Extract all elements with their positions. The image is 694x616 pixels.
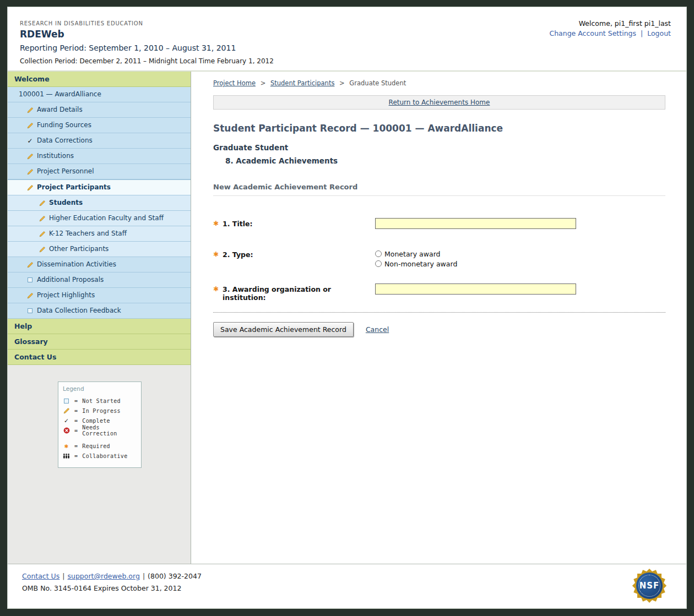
legend-label: Required (82, 443, 110, 449)
field-label: 3. Awarding organization or institution: (223, 285, 375, 302)
field-label: 2. Type: (223, 250, 253, 259)
sidebar-item-higher-ed-faculty-staff[interactable]: Higher Education Faculty and Staff (8, 211, 191, 226)
sidebar-item-help[interactable]: Help (8, 319, 191, 334)
equals-sign: = (74, 443, 78, 449)
breadcrumb-separator: > (261, 79, 266, 87)
required-icon: ✱ (213, 285, 219, 302)
organization-input[interactable] (375, 284, 576, 295)
type-label: ✱ 2. Type: (213, 249, 375, 259)
asterisk-icon: ✱ (63, 442, 70, 450)
cancel-link[interactable]: Cancel (366, 325, 389, 334)
pencil-icon (26, 107, 34, 113)
sidebar-item-data-corrections[interactable]: ✓ Data Corrections (8, 133, 191, 149)
sidebar-item-label: Project Personnel (37, 167, 94, 176)
equals-sign: = (74, 453, 78, 459)
sidebar-item-label: Data Corrections (37, 137, 93, 145)
radio-label: Non-monetary award (384, 260, 457, 268)
separator: | (143, 572, 145, 580)
breadcrumb-student-participants[interactable]: Student Participants (270, 79, 334, 87)
monetary-award-radio[interactable] (375, 250, 382, 257)
error-icon (63, 427, 70, 434)
footer-contact-link[interactable]: Contact Us (22, 572, 59, 580)
separator: | (62, 572, 64, 580)
breadcrumb-project-home[interactable]: Project Home (213, 79, 256, 87)
change-account-settings-link[interactable]: Change Account Settings (549, 29, 636, 37)
sidebar-item-label: Award Details (37, 106, 83, 114)
form-row-organization: ✱ 3. Awarding organization or institutio… (213, 284, 665, 302)
form-title: New Academic Achievement Record (213, 183, 665, 196)
legend-title: Legend (63, 385, 137, 392)
monetary-award-option[interactable]: Monetary award (375, 249, 665, 259)
separator: | (641, 29, 643, 37)
pencil-icon (26, 261, 34, 268)
nsf-logo: NSF (632, 569, 666, 603)
legend-row-in-progress: = In Progress (63, 406, 137, 416)
sidebar-item-glossary[interactable]: Glossary (8, 334, 191, 350)
logout-link[interactable]: Logout (647, 29, 671, 37)
page-footer: Contact Us|support@rdeweb.org|(800) 392-… (8, 564, 686, 608)
sidebar-item-students[interactable]: Students (8, 195, 191, 211)
sidebar-item-funding-sources[interactable]: Funding Sources (8, 118, 191, 133)
form-actions: Save Academic Achievement Record Cancel (213, 322, 665, 337)
required-icon: ✱ (213, 250, 219, 259)
radio-label: Monetary award (384, 250, 441, 258)
sidebar-item-institutions[interactable]: Institutions (8, 149, 191, 164)
people-icon (63, 453, 70, 459)
sidebar-item-welcome[interactable]: Welcome (8, 72, 191, 87)
sidebar-item-label: Funding Sources (37, 121, 91, 129)
save-button[interactable]: Save Academic Achievement Record (213, 322, 354, 337)
equals-sign: = (74, 428, 78, 434)
footer-email-link[interactable]: support@rdeweb.org (68, 572, 140, 580)
title-input[interactable] (375, 218, 576, 229)
legend-box: Legend = Not Started = In Progress (58, 381, 142, 468)
sidebar-item-label: Data Collection Feedback (37, 307, 121, 315)
sidebar-item-k12-teachers-staff[interactable]: K-12 Teachers and Staff (8, 226, 191, 242)
non-monetary-award-radio[interactable] (375, 260, 382, 267)
sidebar-item-dissemination-activities[interactable]: Dissemination Activities (8, 257, 191, 272)
sidebar-item-label: Students (49, 199, 83, 207)
sidebar-item-project-personnel[interactable]: Project Personnel (8, 164, 191, 179)
section-title: 8. Academic Achievements (225, 156, 665, 165)
sidebar-item-award[interactable]: 100001 — AwardAlliance (8, 87, 191, 102)
sidebar-item-other-participants[interactable]: Other Participants (8, 242, 191, 257)
window-frame: RESEARCH IN DISABILITIES EDUCATION RDEWe… (0, 0, 694, 616)
sidebar-item-data-collection-feedback[interactable]: Data Collection Feedback (8, 303, 191, 319)
breadcrumb: Project Home > Student Participants > Gr… (213, 79, 665, 87)
sidebar-item-award-details[interactable]: Award Details (8, 102, 191, 118)
equals-sign: = (74, 408, 78, 414)
welcome-user: Welcome, pi1_first pi1_last (549, 19, 671, 28)
sidebar-item-label: Dissemination Activities (37, 260, 116, 269)
page: RESEARCH IN DISABILITIES EDUCATION RDEWe… (7, 7, 687, 609)
legend-row-required: ✱ = Required (63, 441, 137, 451)
breadcrumb-current: Graduate Student (349, 79, 406, 87)
pencil-icon (26, 184, 34, 191)
sidebar: Welcome 100001 — AwardAlliance Award Det… (8, 72, 191, 564)
main-panel: Project Home > Student Participants > Gr… (191, 72, 686, 564)
pencil-icon (39, 246, 46, 253)
form-row-type: ✱ 2. Type: Monetary award Non-monetary a… (213, 249, 665, 269)
pencil-icon (26, 122, 34, 129)
nsf-text: NSF (639, 581, 660, 591)
pencil-icon (39, 200, 46, 206)
field-label: 1. Title: (223, 220, 252, 228)
check-icon: ✓ (63, 417, 70, 424)
breadcrumb-separator: > (339, 79, 345, 87)
return-to-achievements-link[interactable]: Return to Achievements Home (389, 99, 490, 106)
sidebar-item-additional-proposals[interactable]: Additional Proposals (8, 272, 191, 288)
sidebar-item-contact-us[interactable]: Contact Us (8, 350, 191, 365)
return-bar: Return to Achievements Home (213, 95, 665, 110)
sidebar-item-label: Additional Proposals (37, 276, 104, 284)
legend-label: Collaborative (82, 453, 127, 459)
content-area: Welcome 100001 — AwardAlliance Award Det… (8, 72, 686, 564)
sidebar-item-label: 100001 — AwardAlliance (19, 90, 101, 99)
pencil-icon (63, 407, 70, 414)
non-monetary-award-option[interactable]: Non-monetary award (375, 259, 665, 269)
required-icon: ✱ (213, 220, 219, 228)
page-title: Student Participant Record — 100001 — Aw… (213, 123, 665, 134)
pencil-icon (39, 231, 46, 237)
sidebar-item-project-participants[interactable]: Project Participants (8, 179, 191, 195)
square-icon (26, 308, 34, 313)
sidebar-item-project-highlights[interactable]: Project Highlights (8, 288, 191, 303)
page-header: RESEARCH IN DISABILITIES EDUCATION RDEWe… (8, 7, 686, 72)
legend-row-collaborative: = Collaborative (63, 451, 137, 461)
